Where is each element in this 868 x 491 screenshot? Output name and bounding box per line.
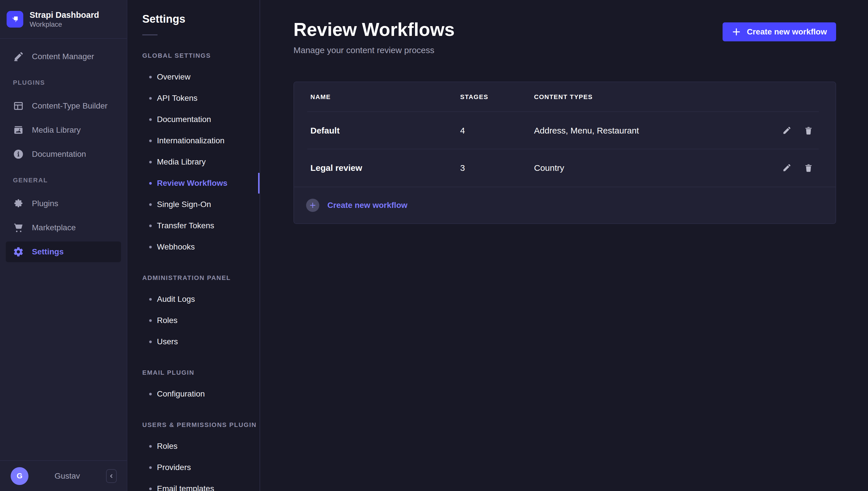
subnav-title-divider [142, 34, 158, 35]
subnav-item-webhooks[interactable]: Webhooks [127, 236, 260, 258]
subnav-item-up-email-templates[interactable]: Email templates [127, 478, 260, 491]
bullet-icon [149, 445, 152, 447]
subnav-item-review-workflows[interactable]: Review Workflows [127, 173, 260, 194]
subnav-item-up-providers[interactable]: Providers [127, 457, 260, 478]
subnav-item-admin-roles[interactable]: Roles [127, 310, 260, 331]
plugins-icon [13, 198, 24, 209]
subnav-item-admin-users[interactable]: Users [127, 331, 260, 352]
subnav-title: Settings [142, 13, 260, 25]
nav-item-documentation[interactable]: Documentation [0, 142, 127, 166]
subnav-item-api-tokens[interactable]: API Tokens [127, 88, 260, 109]
subnav-item-label: Audit Logs [157, 295, 195, 304]
subnav-item-single-sign-on[interactable]: Single Sign-On [127, 194, 260, 215]
bullet-icon [149, 298, 152, 300]
subnav-item-media-library[interactable]: Media Library [127, 151, 260, 173]
subnav-section-users-permissions-plugin: USERS & PERMISSIONS PLUGIN [142, 421, 260, 429]
page-title: Review Workflows [294, 18, 455, 41]
subnav-item-audit-logs[interactable]: Audit Logs [127, 289, 260, 310]
column-header-stages: STAGES [460, 93, 534, 101]
subnav-item-internationalization[interactable]: Internationalization [127, 130, 260, 151]
plus-icon [732, 27, 741, 36]
main-content: Review Workflows Manage your content rev… [260, 0, 868, 491]
app-title: Strapi Dashboard [30, 10, 99, 20]
nav-item-content-type-builder[interactable]: Content-Type Builder [0, 94, 127, 118]
brand: Strapi Dashboard Workplace [0, 0, 127, 39]
nav-item-label: Marketplace [32, 223, 76, 232]
settings-subnav: Settings GLOBAL SETTINGS Overview API To… [127, 0, 260, 491]
main-nav: Strapi Dashboard Workplace Content Manag… [0, 0, 127, 491]
content-manager-icon [13, 51, 24, 62]
subnav-item-label: Users [157, 337, 178, 346]
table-row[interactable]: Legal review 3 Country [294, 149, 836, 186]
edit-workflow-button[interactable] [782, 126, 791, 136]
bullet-icon [149, 246, 152, 249]
marketplace-icon [13, 222, 24, 233]
subnav-item-label: Webhooks [157, 242, 195, 252]
bullet-icon [149, 488, 152, 490]
nav-item-settings[interactable]: Settings [6, 241, 121, 262]
subnav-item-email-configuration[interactable]: Configuration [127, 383, 260, 405]
bullet-icon [149, 319, 152, 322]
user-avatar[interactable]: G [11, 467, 28, 485]
bullet-icon [149, 97, 152, 99]
nav-item-content-manager[interactable]: Content Manager [0, 45, 127, 68]
subnav-item-overview[interactable]: Overview [127, 66, 260, 88]
nav-item-label: Content Manager [32, 52, 94, 61]
workflow-stages: 4 [460, 126, 534, 136]
nav-item-label: Content-Type Builder [32, 102, 108, 111]
chevron-left-icon [109, 473, 114, 479]
footer-create-workflow-label: Create new workflow [327, 201, 408, 210]
subnav-section-global-settings: GLOBAL SETTINGS [142, 52, 260, 59]
bullet-icon [149, 118, 152, 121]
subnav-item-documentation[interactable]: Documentation [127, 109, 260, 130]
workflow-name: Default [310, 126, 460, 136]
documentation-icon [13, 149, 24, 160]
table-header-row: NAME STAGES CONTENT TYPES [294, 82, 836, 112]
media-library-icon [13, 125, 24, 136]
delete-icon [804, 163, 813, 173]
subnav-item-up-roles[interactable]: Roles [127, 436, 260, 457]
subnav-section-administration-panel: ADMINISTRATION PANEL [142, 274, 260, 282]
page-subtitle: Manage your content review process [294, 46, 455, 55]
nav-item-marketplace[interactable]: Marketplace [0, 215, 127, 240]
edit-icon [782, 126, 791, 136]
workflow-stages: 3 [460, 163, 534, 173]
workflow-name: Legal review [310, 163, 460, 173]
subnav-item-label: Roles [157, 442, 178, 451]
table-footer-create-workflow[interactable]: Create new workflow [294, 186, 836, 223]
bullet-icon [149, 466, 152, 469]
bullet-icon [149, 341, 152, 343]
edit-workflow-button[interactable] [782, 163, 791, 173]
subnav-item-label: Internationalization [157, 136, 224, 145]
delete-workflow-button[interactable] [804, 163, 813, 173]
bullet-icon [149, 225, 152, 227]
create-new-workflow-label: Create new workflow [747, 27, 827, 36]
subnav-section-email-plugin: EMAIL PLUGIN [142, 369, 260, 376]
delete-workflow-button[interactable] [804, 126, 813, 136]
bullet-icon [149, 140, 152, 142]
subnav-item-label: Media Library [157, 157, 206, 167]
workflows-table-card: NAME STAGES CONTENT TYPES Default 4 Addr… [294, 82, 836, 224]
nav-item-media-library[interactable]: Media Library [0, 118, 127, 142]
table-row[interactable]: Default 4 Address, Menu, Restaurant [294, 112, 836, 149]
column-header-content-types: CONTENT TYPES [534, 93, 764, 101]
bullet-icon [149, 393, 152, 395]
subnav-item-label: Email templates [157, 484, 214, 491]
subnav-item-label: Overview [157, 73, 191, 82]
user-row: G Gustav [0, 460, 127, 491]
nav-item-plugins[interactable]: Plugins [0, 192, 127, 215]
create-new-workflow-button[interactable]: Create new workflow [723, 22, 836, 41]
collapse-nav-button[interactable] [106, 469, 117, 483]
subnav-item-label: Roles [157, 316, 178, 325]
subnav-item-label: Configuration [157, 389, 205, 399]
bullet-icon [149, 76, 152, 78]
settings-icon [13, 247, 24, 257]
subnav-item-label: Providers [157, 463, 191, 472]
subnav-item-label: Documentation [157, 115, 211, 124]
nav-section-plugins: PLUGINS [13, 79, 127, 86]
plus-circle-icon [306, 199, 319, 212]
nav-item-label: Settings [32, 247, 63, 256]
subnav-item-transfer-tokens[interactable]: Transfer Tokens [127, 215, 260, 236]
workflow-content-types: Address, Menu, Restaurant [534, 126, 764, 136]
bullet-icon [149, 161, 152, 163]
